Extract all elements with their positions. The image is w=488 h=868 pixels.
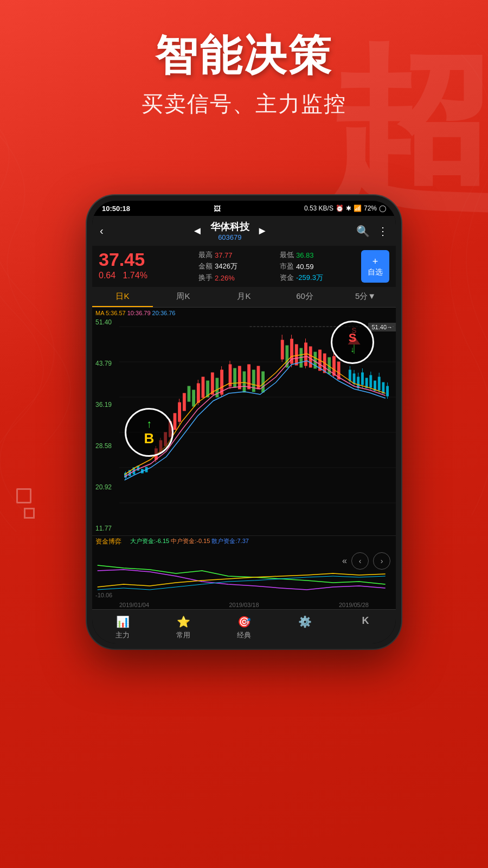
tab-monthly-k[interactable]: 月K	[214, 287, 274, 307]
price-change: 0.64 1.74%	[99, 271, 193, 280]
tab-60min[interactable]: 60分	[274, 287, 335, 307]
svg-rect-21	[174, 413, 176, 430]
svg-rect-41	[252, 370, 255, 392]
toolbar-item-common[interactable]: ⭐ 常用	[153, 615, 214, 640]
svg-rect-39	[243, 372, 246, 392]
svg-rect-26	[192, 390, 195, 406]
svg-rect-37	[234, 368, 236, 387]
price-left: 37.45 0.64 1.74%	[99, 250, 193, 283]
svg-rect-43	[262, 372, 265, 392]
main-force-icon: 📊	[116, 615, 130, 628]
mini-fund-chart-svg	[92, 554, 396, 598]
fund-flow-label: 资金博弈	[95, 537, 121, 546]
classic-icon: 🎯	[237, 615, 251, 628]
svg-rect-24	[183, 393, 185, 411]
toolbar-item-main-force[interactable]: 📊 主力	[92, 615, 153, 640]
price-low: 最低 36.83	[280, 250, 356, 260]
app-header: ‹ ◄ 华体科技 603679 ► 🔍 ⋮	[92, 216, 396, 246]
status-bar: 10:50:18 🖼 0.53 KB/S ⏰ ✱ 📶 72% ◯	[92, 201, 396, 216]
status-icon-photo: 🖼	[214, 205, 221, 213]
buy-signal-circle: ↑ B	[125, 408, 174, 457]
svg-rect-75	[382, 382, 384, 393]
price-amount: 金额 3426万	[198, 261, 274, 271]
phone-mockup: 10:50:18 🖼 0.53 KB/S ⏰ ✱ 📶 72% ◯ ‹ ◄ 华体科	[87, 195, 401, 649]
header-icons: 🔍 ⋮	[356, 225, 388, 238]
bluetooth-icon: ✱	[346, 205, 351, 212]
add-watchlist-button[interactable]: + 自选	[361, 250, 389, 283]
alarm-icon: ⏰	[336, 205, 344, 212]
header-nav: ◄ 华体科技 603679 ►	[104, 220, 356, 241]
stock-info-header: 华体科技 603679	[210, 220, 249, 241]
big-fund: 大户资金:-6.15	[130, 538, 169, 544]
stock-name: 华体科技	[210, 220, 249, 233]
phone-outer-shell: 10:50:18 🖼 0.53 KB/S ⏰ ✱ 📶 72% ◯ ‹ ◄ 华体科	[87, 195, 401, 649]
more-icon[interactable]: ⋮	[377, 225, 388, 238]
main-price: 37.45	[99, 250, 193, 269]
hero-section: 智能决策 买卖信号、主力监控	[0, 33, 488, 119]
sell-signal-circle: S ↓	[331, 321, 374, 364]
price-change-pct: 1.74%	[123, 271, 147, 280]
back-button[interactable]: ‹	[100, 225, 104, 237]
date-start: 2019/01/04	[119, 602, 149, 608]
mini-price-bottom: -10.06	[95, 592, 112, 598]
status-time: 10:50:18	[102, 205, 130, 213]
price-change-value: 0.64	[99, 271, 115, 280]
price-grid: 最高 37.77 最低 36.83 金额 3426万 市盈 40.59	[198, 250, 356, 283]
k-chart-icon: K	[362, 615, 369, 627]
phone-screen: 10:50:18 🖼 0.53 KB/S ⏰ ✱ 📶 72% ◯ ‹ ◄ 华体科	[92, 201, 396, 643]
mid-fund: 中户资金:-0.15	[171, 538, 210, 544]
toolbar-item-settings[interactable]: ⚙️	[274, 615, 335, 640]
next-stock-button[interactable]: ►	[254, 225, 271, 237]
tab-daily-k[interactable]: 日K	[92, 287, 153, 307]
svg-rect-49	[295, 344, 298, 365]
date-mid: 2019/03/18	[229, 602, 259, 608]
svg-rect-29	[202, 377, 204, 398]
decorative-squares	[16, 488, 35, 519]
price-axis-labels: 51.40 43.79 36.19 28.58 20.92 11.77	[95, 308, 112, 535]
settings-icon: ⚙️	[298, 615, 312, 628]
tab-5min[interactable]: 5分▼	[335, 287, 396, 307]
toolbar-item-k[interactable]: K	[335, 615, 396, 640]
svg-rect-38	[238, 366, 241, 389]
svg-rect-53	[309, 347, 312, 367]
stock-code: 603679	[218, 233, 241, 241]
signal-icon: 📶	[354, 205, 362, 212]
small-fund: 散户资金:7.37	[211, 538, 248, 544]
battery-icon: ◯	[379, 205, 386, 212]
price-turnover: 换手 2.26%	[198, 273, 274, 283]
date-axis: 2019/01/04 2019/03/18 2019/05/28	[92, 601, 396, 609]
main-chart-area[interactable]: MA 5:36.57 10:36.79 20:36.76 51.40 43.79…	[92, 308, 396, 535]
prev-stock-button[interactable]: ◄	[189, 225, 206, 237]
search-icon[interactable]: 🔍	[356, 225, 370, 238]
fund-flow-values: 大户资金:-6.15 中户资金:-0.15 散户资金:7.37	[130, 537, 249, 545]
battery: 72%	[364, 205, 377, 212]
price-capital: 资金 -259.3万	[280, 273, 356, 283]
bottom-toolbar: 📊 主力 ⭐ 常用 🎯 经典 ⚙️ K	[92, 609, 396, 643]
price-high: 最高 37.77	[198, 250, 274, 260]
chart-tabs: 日K 周K 月K 60分 5分▼	[92, 287, 396, 308]
svg-rect-25	[188, 386, 190, 401]
hero-subtitle: 买卖信号、主力监控	[0, 89, 488, 119]
tab-weekly-k[interactable]: 周K	[153, 287, 214, 307]
svg-rect-40	[248, 365, 251, 389]
svg-rect-31	[211, 373, 214, 394]
common-icon: ⭐	[177, 615, 190, 628]
toolbar-item-classic[interactable]: 🎯 经典	[214, 615, 274, 640]
network-speed: 0.53 KB/S	[304, 205, 333, 212]
fund-flow-chart[interactable]: 资金博弈 大户资金:-6.15 中户资金:-0.15 散户资金:7.37 « ‹…	[92, 535, 396, 601]
price-pe: 市盈 40.59	[280, 261, 356, 271]
hero-title: 智能决策	[0, 33, 488, 79]
date-end: 2019/05/28	[339, 602, 369, 608]
status-right: 0.53 KB/S ⏰ ✱ 📶 72% ◯	[304, 205, 386, 212]
price-section: 37.45 0.64 1.74% 最高 37.77 最低 36.83	[92, 246, 396, 287]
